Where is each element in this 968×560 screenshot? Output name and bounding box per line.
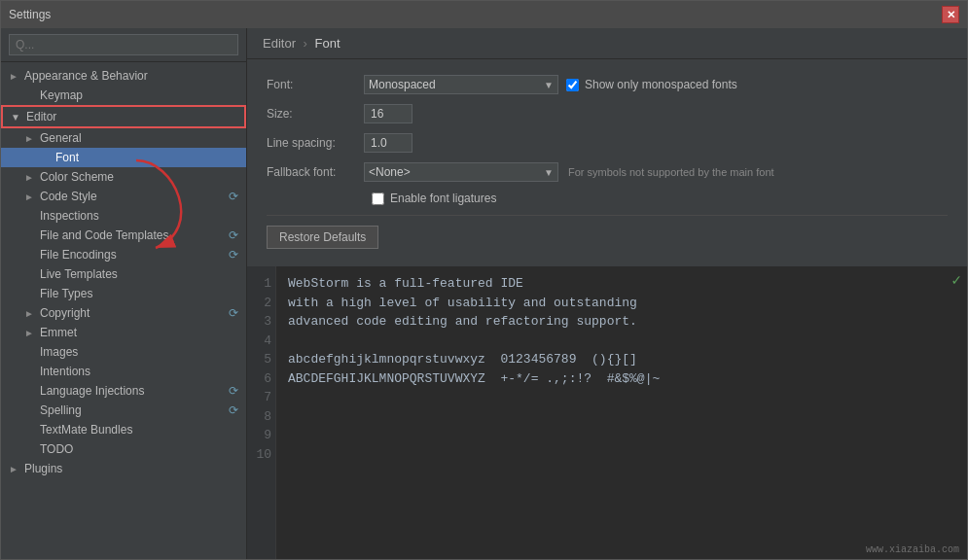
settings-form: Font: Monospaced Consolas Courier New ▼ …	[247, 59, 967, 266]
sidebar-item-copyright[interactable]: ► Copyright ⟳	[1, 303, 246, 323]
sidebar-item-file-types[interactable]: File Types	[1, 284, 246, 303]
window-title: Settings	[9, 8, 51, 21]
sidebar-item-label: Editor	[26, 110, 236, 123]
breadcrumb-sep: ›	[304, 36, 307, 51]
sidebar-item-spelling[interactable]: Spelling ⟳	[1, 401, 246, 420]
sidebar-item-file-code-templates[interactable]: File and Code Templates ⟳	[1, 226, 246, 245]
sidebar-item-editor[interactable]: ▼ Editor	[1, 105, 246, 128]
fallback-font-label: Fallback font:	[267, 165, 364, 179]
fallback-font-select[interactable]: <None>	[364, 162, 558, 182]
code-preview: WebStorm is a full-featured IDE with a h…	[276, 266, 967, 559]
sidebar-item-live-templates[interactable]: Live Templates	[1, 264, 246, 284]
sync-icon: ⟳	[229, 248, 238, 262]
sidebar-item-textmate-bundles[interactable]: TextMate Bundles	[1, 420, 246, 439]
code-line: with a high level of usability and outst…	[288, 294, 955, 313]
line-number: 8	[251, 407, 271, 427]
size-label: Size:	[267, 107, 364, 121]
code-line	[288, 407, 955, 427]
fallback-hint: For symbols not supported by the main fo…	[568, 166, 774, 178]
line-spacing-label: Line spacing:	[267, 136, 364, 150]
size-row: Size:	[267, 104, 948, 123]
code-line	[288, 332, 955, 351]
sidebar-item-intentions[interactable]: Intentions	[1, 362, 246, 381]
ligatures-row: Enable font ligatures	[267, 192, 948, 205]
sidebar-item-label: Code Style	[40, 190, 229, 203]
ligatures-checkbox[interactable]	[372, 192, 384, 205]
line-numbers: 1 2 3 4 5 6 7 8 9 10	[247, 266, 276, 559]
sync-icon: ⟳	[229, 190, 238, 203]
size-input[interactable]	[364, 104, 412, 123]
sync-icon: ⟳	[229, 306, 238, 320]
code-line	[288, 388, 955, 407]
search-input[interactable]	[9, 34, 238, 55]
sidebar-item-label: General	[40, 131, 238, 145]
sidebar-item-label: File Encodings	[40, 248, 229, 262]
monospaced-checkbox-row: Show only monospaced fonts	[566, 78, 737, 91]
sidebar-item-label: File and Code Templates	[40, 228, 229, 242]
ligatures-checkbox-row: Enable font ligatures	[372, 192, 496, 205]
sidebar-item-file-encodings[interactable]: File Encodings ⟳	[1, 245, 246, 264]
monospaced-label: Show only monospaced fonts	[585, 78, 737, 91]
sidebar-item-todo[interactable]: TODO	[1, 439, 246, 459]
font-label: Font:	[267, 78, 364, 91]
sidebar-item-label: Font	[55, 151, 238, 164]
monospaced-checkbox[interactable]	[566, 79, 579, 91]
right-panel: Editor › Font Font: Monospaced Consolas …	[247, 28, 967, 559]
sidebar-item-color-scheme[interactable]: ► Color Scheme	[1, 167, 246, 187]
sidebar-item-language-injections[interactable]: Language Injections ⟳	[1, 381, 246, 401]
search-box	[1, 28, 246, 62]
sidebar-item-font[interactable]: Font	[1, 148, 246, 167]
collapse-arrow: ▼	[11, 112, 26, 122]
sidebar-item-general[interactable]: ► General	[1, 128, 246, 148]
sidebar-item-label: Copyright	[40, 306, 229, 320]
sidebar-item-inspections[interactable]: Inspections	[1, 206, 246, 226]
sidebar: ► Appearance & Behavior Keymap ▼ Editor …	[1, 28, 247, 559]
check-icon: ✓	[951, 270, 961, 290]
sidebar-item-label: TODO	[40, 442, 238, 456]
line-number: 4	[251, 332, 271, 351]
font-row: Font: Monospaced Consolas Courier New ▼ …	[267, 75, 948, 94]
sidebar-item-label: File Types	[40, 287, 238, 300]
sidebar-item-label: Keymap	[40, 88, 238, 102]
title-bar: Settings ✕	[1, 1, 967, 28]
code-line: ABCDEFGHIJKLMNOPQRSTUVWXYZ +-*/= .,;:!? …	[288, 369, 955, 389]
divider	[267, 215, 948, 216]
sidebar-item-appearance[interactable]: ► Appearance & Behavior	[1, 66, 246, 86]
font-select[interactable]: Monospaced Consolas Courier New	[364, 75, 558, 94]
collapse-arrow: ►	[24, 172, 40, 183]
line-number: 7	[251, 388, 271, 407]
preview-inner: 1 2 3 4 5 6 7 8 9 10 WebStorm is a full-…	[247, 266, 967, 559]
sidebar-item-images[interactable]: Images	[1, 342, 246, 362]
line-number: 9	[251, 426, 271, 445]
collapse-arrow: ►	[9, 464, 24, 474]
preview-area: 1 2 3 4 5 6 7 8 9 10 WebStorm is a full-…	[247, 266, 967, 559]
line-number: 6	[251, 369, 271, 389]
sidebar-item-label: Inspections	[40, 209, 238, 223]
sidebar-item-label: Language Injections	[40, 384, 229, 398]
title-bar-left: Settings	[9, 8, 51, 21]
breadcrumb: Editor › Font	[247, 28, 967, 59]
sidebar-item-code-style[interactable]: ► Code Style ⟳	[1, 187, 246, 206]
sidebar-item-label: Plugins	[24, 462, 238, 475]
sync-icon: ⟳	[229, 228, 238, 242]
sidebar-item-plugins[interactable]: ► Plugins	[1, 459, 246, 478]
sidebar-item-emmet[interactable]: ► Emmet	[1, 323, 246, 342]
sidebar-item-label: Images	[40, 345, 238, 359]
sync-icon: ⟳	[229, 403, 238, 417]
collapse-arrow: ►	[24, 308, 40, 319]
code-line: WebStorm is a full-featured IDE	[288, 274, 955, 294]
font-select-wrapper: Monospaced Consolas Courier New ▼	[364, 75, 558, 94]
sidebar-item-keymap[interactable]: Keymap	[1, 86, 246, 105]
line-spacing-input[interactable]	[364, 133, 412, 153]
sync-icon: ⟳	[229, 384, 238, 398]
sidebar-item-label: Emmet	[40, 326, 238, 339]
restore-defaults-button[interactable]: Restore Defaults	[267, 226, 378, 249]
fallback-font-select-wrapper: <None> ▼	[364, 162, 558, 182]
line-number: 2	[251, 294, 271, 313]
line-number: 10	[251, 445, 271, 465]
close-button[interactable]: ✕	[942, 6, 959, 23]
collapse-arrow: ►	[24, 133, 40, 144]
breadcrumb-current: Font	[315, 36, 341, 51]
settings-tree: ► Appearance & Behavior Keymap ▼ Editor …	[1, 62, 246, 559]
collapse-arrow: ►	[9, 71, 24, 82]
